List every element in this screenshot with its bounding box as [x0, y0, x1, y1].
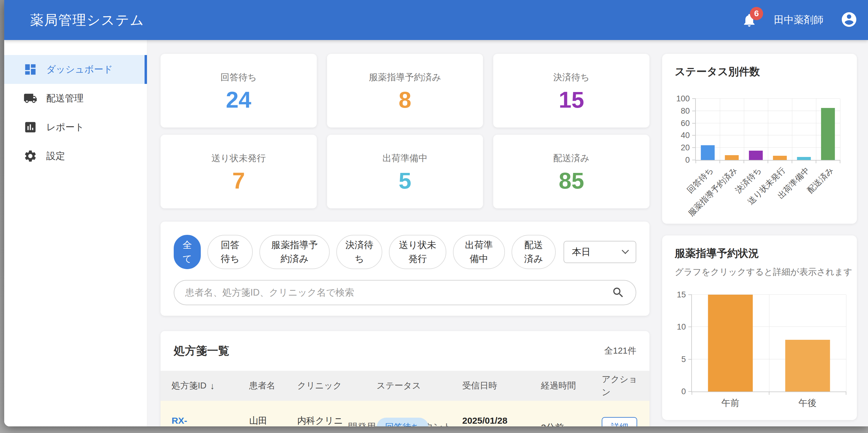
stat-card: 送り状未発行7	[160, 135, 317, 208]
guidance-booking-chart-card: 服薬指導予約状況 グラフをクリックすると詳細が表示されます 051015午前午後	[662, 235, 857, 420]
y-axis-tick-mark	[692, 111, 696, 111]
prescription-id-link[interactable]: RX-2025012801	[172, 414, 235, 426]
sidebar-item-label: レポート	[46, 121, 84, 134]
app-window: 薬局管理システム 6 田中薬剤師 ダッシュボード配送管理レポート設定	[4, 0, 868, 426]
column-header[interactable]: クリニック	[297, 379, 377, 393]
stat-value: 5	[399, 169, 411, 192]
chart-subtitle: グラフをクリックすると詳細が表示されます	[675, 266, 852, 278]
y-axis-tick-label: 40	[681, 131, 690, 140]
column-header[interactable]: 受信日時	[462, 379, 541, 393]
y-axis-tick-label: 100	[676, 94, 690, 104]
column-header[interactable]: ステータス	[377, 379, 462, 393]
filter-chip[interactable]: 送り状未発行	[389, 235, 446, 269]
x-axis-tick-mark	[792, 160, 792, 163]
bar-column	[769, 295, 846, 392]
search-icon[interactable]	[612, 286, 625, 299]
y-axis-tick-label: 80	[681, 106, 690, 115]
report-icon	[24, 120, 37, 134]
bar-配送済み[interactable]	[821, 108, 835, 160]
table-header-bar: 処方箋一覧 全121件	[160, 331, 650, 371]
y-axis-tick-label: 60	[681, 118, 690, 128]
bar-送り状未発行[interactable]	[773, 156, 787, 160]
filter-chip[interactable]: 出荷準備中	[453, 235, 505, 269]
stat-label: 服薬指導予約済み	[369, 71, 441, 84]
y-axis-tick-mark	[688, 326, 692, 327]
column-header-label: アクション	[602, 373, 642, 399]
app-bar: 薬局管理システム 6 田中薬剤師	[4, 0, 868, 40]
stat-label: 決済待ち	[553, 71, 590, 84]
bar-服薬指導予約済み[interactable]	[725, 155, 739, 160]
table-row[interactable]: 開発用テストアカウント RX-2025012801 山田太郎 内科クリニック 回…	[160, 401, 650, 426]
bar-午後[interactable]	[785, 340, 830, 392]
bar-回答待ち[interactable]	[701, 145, 715, 160]
search-input[interactable]	[185, 287, 612, 298]
stat-label: 配送済み	[553, 152, 590, 165]
x-axis-tick-label: 配送済み	[805, 165, 836, 196]
screen: 薬局管理システム 6 田中薬剤師 ダッシュボード配送管理レポート設定	[0, 0, 868, 433]
x-axis-tick-label: 午後	[799, 397, 816, 409]
guidance-booking-chart-plot: 051015午前午後	[691, 295, 846, 392]
y-axis-tick-mark	[692, 123, 696, 123]
app-bar-actions: 6 田中薬剤師	[741, 11, 858, 29]
filter-chip[interactable]: 配送済み	[512, 235, 556, 269]
stat-value: 7	[232, 169, 245, 192]
stat-label: 回答待ち	[220, 71, 257, 84]
filter-chip[interactable]: 服薬指導予約済み	[259, 235, 330, 269]
truck-icon	[24, 91, 37, 105]
x-axis-tick-mark	[840, 160, 840, 163]
sidebar-item-settings[interactable]: 設定	[4, 142, 147, 171]
patient-name-cell: 山田太郎	[249, 414, 279, 426]
bar-column	[692, 295, 769, 392]
filter-chip[interactable]: 決済待ち	[336, 235, 382, 269]
sidebar: ダッシュボード配送管理レポート設定	[4, 40, 147, 426]
bar-決済待ち[interactable]	[749, 151, 763, 160]
bar-column	[696, 98, 720, 160]
sidebar-item-report[interactable]: レポート	[4, 113, 147, 142]
column-header[interactable]: アクション	[602, 373, 650, 399]
bar-series	[692, 295, 846, 392]
search-bar	[174, 280, 636, 305]
stat-value: 24	[226, 88, 252, 111]
user-name: 田中薬剤師	[774, 13, 824, 27]
column-header-label: 患者名	[249, 379, 275, 393]
column-header[interactable]: 経過時間	[541, 379, 602, 393]
bar-column	[720, 98, 744, 160]
x-axis-tick-label: 午前	[721, 397, 739, 409]
period-select[interactable]: 本日	[563, 241, 636, 263]
filter-chip[interactable]: 回答待ち	[207, 235, 253, 269]
bar-column	[744, 98, 768, 160]
clinic-cell: 内科クリニック	[297, 414, 354, 426]
stat-card: 配送済み85	[493, 135, 650, 208]
column-header-label: 受信日時	[462, 379, 497, 393]
sidebar-item-label: ダッシュボード	[46, 63, 113, 76]
right-panel: ステータス別件数 020406080100回答待ち服薬指導予約済み決済待ち送り状…	[662, 54, 857, 420]
x-axis-tick-mark	[816, 160, 816, 163]
status-filter-chips: 全て回答待ち服薬指導予約済み決済待ち送り状未発行出荷準備中配送済み	[174, 235, 556, 269]
sidebar-item-label: 配送管理	[46, 92, 84, 105]
stat-card: 出荷準備中5	[327, 135, 483, 208]
bar-午前[interactable]	[708, 295, 753, 392]
chart-title: 服薬指導予約状況	[675, 246, 759, 260]
table-total-count: 全121件	[604, 345, 636, 357]
received-datetime-cell: 2025/01/28 15:42	[462, 414, 514, 426]
chevron-down-icon	[622, 247, 629, 254]
filter-chip[interactable]: 全て	[174, 235, 201, 269]
y-axis-tick-mark	[692, 147, 696, 148]
dashboard-icon	[24, 62, 37, 76]
gridline	[840, 98, 840, 160]
column-header[interactable]: 処方箋ID↓	[172, 379, 249, 393]
x-axis-tick-mark	[691, 392, 692, 395]
x-axis-tick-mark	[846, 392, 846, 395]
y-axis-tick-label: 5	[681, 354, 686, 364]
sidebar-item-dashboard[interactable]: ダッシュボード	[4, 55, 147, 84]
bar-出荷準備中[interactable]	[797, 157, 811, 160]
sidebar-item-truck[interactable]: 配送管理	[4, 84, 147, 113]
x-axis-tick-mark	[769, 392, 769, 395]
notifications-button[interactable]: 6	[741, 12, 757, 29]
table-column-headers: 処方箋ID↓患者名クリニックステータス受信日時経過時間アクション	[160, 371, 650, 401]
detail-button[interactable]: 詳細	[602, 417, 637, 426]
column-header[interactable]: 患者名	[249, 379, 297, 393]
account-button[interactable]	[840, 11, 858, 29]
stat-label: 出荷準備中	[382, 152, 427, 165]
x-axis-tick-mark	[744, 160, 744, 163]
